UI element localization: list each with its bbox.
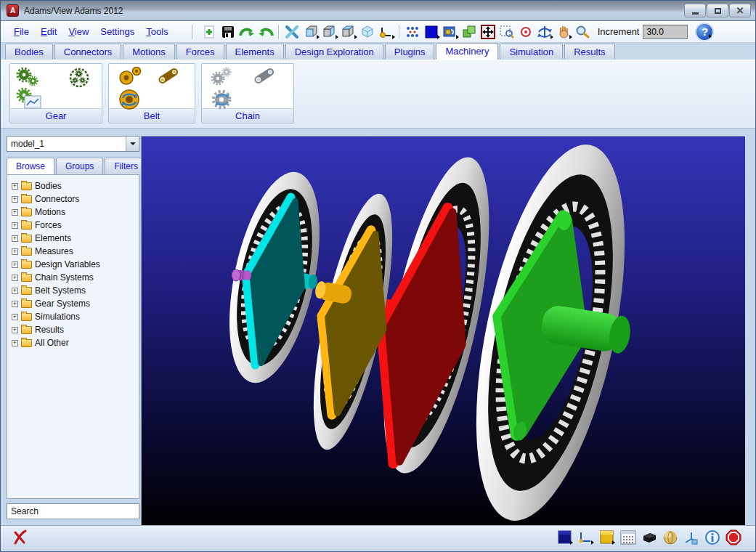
rotate-view-button[interactable]	[535, 23, 554, 41]
tree-item-connectors[interactable]: +Connectors	[12, 192, 137, 206]
new-file-icon	[203, 25, 216, 38]
maximize-button[interactable]	[707, 4, 728, 17]
search-input[interactable]	[7, 503, 139, 519]
table-grid-button[interactable]	[619, 529, 637, 546]
info-button[interactable]	[704, 529, 721, 546]
rotate-view-icon	[537, 25, 553, 39]
zoom-button[interactable]	[573, 23, 592, 41]
increment-input[interactable]	[643, 25, 688, 39]
new-file-button[interactable]	[200, 23, 219, 41]
menu-file[interactable]: File	[8, 24, 35, 39]
tab-simulation[interactable]: Simulation	[500, 44, 563, 60]
side-view-button[interactable]	[320, 23, 339, 41]
tree-item-elements[interactable]: +Elements	[12, 232, 137, 245]
belt-drive-button[interactable]	[158, 68, 180, 89]
view-triad-button[interactable]	[683, 529, 700, 546]
menu-tools[interactable]: Tools	[140, 24, 174, 39]
expand-icon[interactable]: +	[12, 327, 18, 333]
menu-toolbar-row: File Edit View Settings Tools	[1, 21, 755, 43]
pulley-pair-button[interactable]	[118, 67, 142, 92]
gear-output-chart-button[interactable]	[16, 87, 42, 113]
background-color-button[interactable]	[422, 23, 441, 41]
minimize-button[interactable]	[684, 4, 706, 17]
shading-button[interactable]	[662, 529, 679, 546]
expand-icon[interactable]: +	[12, 288, 18, 294]
pulley-rotation-button[interactable]	[118, 89, 142, 115]
expand-icon[interactable]: +	[12, 261, 18, 268]
menu-view[interactable]: View	[62, 24, 94, 39]
tab-plugins[interactable]: Plugins	[385, 44, 435, 60]
tree-item-chain-systems[interactable]: +Chain Systems	[12, 271, 137, 284]
background-color-button[interactable]	[556, 529, 574, 546]
tab-bodies[interactable]: Bodies	[5, 44, 53, 60]
app-window: A Adams/View Adams 2012 ✕ File Edit View…	[0, 0, 756, 552]
select-group-button[interactable]	[460, 23, 479, 41]
tab-forces[interactable]: Forces	[176, 44, 224, 60]
menu-settings[interactable]: Settings	[94, 24, 140, 39]
tab-connectors[interactable]: Connectors	[54, 44, 121, 60]
tab-browse[interactable]: Browse	[7, 158, 54, 174]
undo-button[interactable]	[256, 23, 275, 41]
tree-item-gear-systems[interactable]: +Gear Systems	[12, 297, 137, 310]
iso-view-button[interactable]	[358, 23, 377, 41]
top-view-button[interactable]	[339, 23, 358, 41]
save-icon	[221, 25, 235, 38]
expand-icon[interactable]: +	[12, 314, 18, 320]
tree-item-bodies[interactable]: +Bodies	[12, 179, 137, 192]
tab-groups[interactable]: Groups	[56, 158, 103, 174]
sprocket-pair-button[interactable]	[211, 67, 235, 92]
menu-edit[interactable]: Edit	[35, 24, 62, 39]
center-marker-button[interactable]	[516, 23, 535, 41]
render-mode-button[interactable]	[641, 529, 658, 546]
fit-view-button[interactable]	[479, 23, 497, 41]
view-page-icon	[443, 25, 458, 38]
help-button[interactable]: ?	[695, 23, 714, 41]
interrupt-button[interactable]	[11, 529, 28, 546]
redo-button[interactable]	[237, 23, 256, 41]
pan-button[interactable]	[554, 23, 573, 41]
model-browser: model_1 Browse Groups Filters +Bodies +C…	[1, 129, 141, 525]
expand-icon[interactable]: +	[12, 235, 18, 242]
app-icon[interactable]: A	[7, 4, 19, 17]
close-button[interactable]: ✕	[729, 4, 751, 17]
3d-viewport[interactable]	[141, 136, 744, 525]
expand-icon[interactable]: +	[12, 275, 18, 281]
tree-item-results[interactable]: +Results	[12, 323, 137, 336]
folder-icon	[21, 248, 32, 256]
expand-icon[interactable]: +	[12, 196, 18, 203]
stop-button[interactable]	[725, 529, 742, 546]
expand-icon[interactable]: +	[12, 209, 18, 216]
tree-item-all-other[interactable]: +All Other	[12, 336, 137, 349]
working-grid-button[interactable]	[577, 529, 595, 546]
tab-results[interactable]: Results	[564, 44, 614, 60]
tree-item-forces[interactable]: +Forces	[12, 219, 137, 232]
tab-motions[interactable]: Motions	[123, 44, 175, 60]
expand-icon[interactable]: +	[12, 301, 18, 307]
color-swatch-button[interactable]	[598, 529, 616, 546]
expand-icon[interactable]: +	[12, 248, 18, 255]
tree-item-belt-systems[interactable]: +Belt Systems	[12, 284, 137, 297]
tree-item-measures[interactable]: +Measures	[12, 245, 137, 258]
expand-icon[interactable]: +	[12, 340, 18, 346]
zoom-box-button[interactable]	[497, 23, 516, 41]
toolbar-grip[interactable]	[192, 25, 194, 39]
tab-elements[interactable]: Elements	[226, 44, 284, 60]
tools-button[interactable]	[283, 23, 301, 41]
tree-item-motions[interactable]: +Motions	[12, 206, 137, 219]
planetary-gear-button[interactable]	[68, 67, 90, 92]
chevron-down-icon[interactable]	[126, 137, 139, 151]
save-button[interactable]	[219, 23, 237, 41]
sprocket-rotation-button[interactable]	[211, 89, 235, 115]
tab-machinery[interactable]: Machinery	[436, 43, 498, 60]
grid-points-button[interactable]	[403, 23, 422, 41]
expand-icon[interactable]: +	[12, 222, 18, 229]
chain-drive-button[interactable]	[254, 68, 276, 89]
front-view-button[interactable]	[301, 23, 320, 41]
origin-button[interactable]	[377, 23, 396, 41]
model-selector[interactable]: model_1	[7, 136, 139, 152]
tree-item-design-variables[interactable]: +Design Variables	[12, 258, 137, 271]
expand-icon[interactable]: +	[12, 183, 18, 190]
tab-design-exploration[interactable]: Design Exploration	[285, 44, 383, 60]
view-page-button[interactable]	[441, 23, 460, 41]
tree-item-simulations[interactable]: +Simulations	[12, 310, 137, 323]
